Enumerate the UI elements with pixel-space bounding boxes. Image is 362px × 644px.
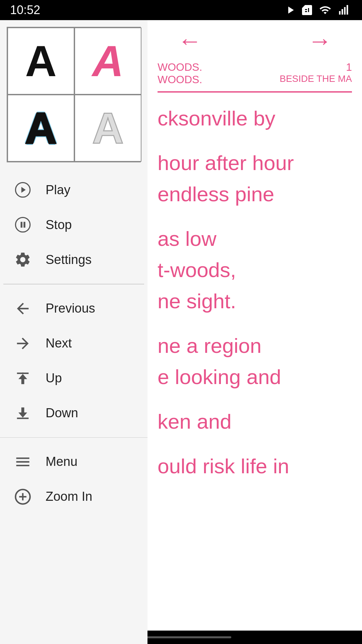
sim-icon xyxy=(301,4,313,16)
chapter-number-container: 1 BESIDE THE MA xyxy=(280,61,352,86)
font-letter-normal: A xyxy=(25,36,57,86)
svg-rect-0 xyxy=(339,11,341,15)
next-label: Next xyxy=(46,336,72,351)
menu-group-navigation: Previous Next xyxy=(0,284,147,437)
chapter-title-container: WOODS. WOODS. xyxy=(158,61,202,86)
book-paragraph-2: hour after hourendless pine xyxy=(158,147,352,210)
font-letter-pink: A xyxy=(92,36,124,86)
svg-rect-3 xyxy=(347,5,348,15)
status-time: 10:52 xyxy=(10,3,40,17)
media-icon xyxy=(284,4,296,16)
main-container: A A A A xyxy=(0,20,362,644)
status-icons xyxy=(284,4,352,16)
arrow-left-icon-container xyxy=(13,299,32,318)
font-letter-gray-outline: A xyxy=(92,103,124,153)
chapter-title-line1: WOODS. xyxy=(158,61,202,73)
svg-rect-2 xyxy=(344,7,346,15)
settings-icon-container xyxy=(13,250,32,269)
book-paragraph-3: as lowt-woods,ne sight. xyxy=(158,223,352,317)
book-paragraph-5: ken and xyxy=(158,406,352,437)
svg-marker-5 xyxy=(21,187,26,193)
menu-section: Play Stop xyxy=(0,166,147,644)
status-bar: 10:52 xyxy=(0,0,362,20)
menu-menu-item[interactable]: Menu xyxy=(0,444,147,479)
book-text: cksonville by hour after hourendless pin… xyxy=(158,103,352,482)
right-panel: ← → WOODS. WOODS. 1 BESIDE THE MA cksonv… xyxy=(147,20,362,644)
arrow-down-icon xyxy=(14,405,32,422)
arrow-left-icon xyxy=(14,300,32,317)
book-paragraph-4: ne a regione looking and xyxy=(158,330,352,392)
font-cell-normal[interactable]: A xyxy=(7,28,74,95)
book-text-4: ne a regione looking and xyxy=(158,334,281,388)
nav-next-button[interactable]: → xyxy=(308,27,332,54)
book-paragraph-1: cksonville by xyxy=(158,103,352,134)
book-text-6: ould risk life in xyxy=(158,454,289,478)
nav-arrows: ← → xyxy=(158,27,352,54)
play-icon-container xyxy=(13,180,32,199)
pause-icon xyxy=(14,216,32,233)
book-text-3: as lowt-woods,ne sight. xyxy=(158,227,236,313)
up-label: Up xyxy=(46,371,62,385)
arrow-up-icon xyxy=(14,370,32,387)
pause-icon-container xyxy=(13,215,32,234)
play-label: Play xyxy=(46,183,70,197)
arrow-right-icon xyxy=(14,335,32,352)
arrow-up-icon-container xyxy=(13,369,32,388)
down-label: Down xyxy=(46,406,78,420)
stop-label: Stop xyxy=(46,218,72,232)
previous-menu-item[interactable]: Previous xyxy=(0,291,147,326)
previous-label: Previous xyxy=(46,301,95,316)
arrow-down-icon-container xyxy=(13,404,32,423)
chapter-number: 1 xyxy=(280,61,352,73)
wifi-icon xyxy=(318,4,333,16)
font-letter-blue-outline: A xyxy=(25,103,57,153)
settings-menu-item[interactable]: Settings xyxy=(0,242,147,277)
up-menu-item[interactable]: Up xyxy=(0,361,147,396)
font-cell-blue-outline[interactable]: A xyxy=(7,95,74,162)
arrow-right-icon-container xyxy=(13,334,32,353)
font-cell-gray-outline[interactable]: A xyxy=(74,95,141,162)
svg-rect-8 xyxy=(23,222,25,227)
menu-icon xyxy=(14,453,32,471)
stop-menu-item[interactable]: Stop xyxy=(0,207,147,242)
book-text-5: ken and xyxy=(158,410,232,433)
zoom-in-menu-item[interactable]: Zoom In xyxy=(0,479,147,514)
play-icon xyxy=(14,181,32,199)
menu-label: Menu xyxy=(46,454,77,469)
zoom-in-icon-container xyxy=(13,487,32,506)
settings-icon xyxy=(14,251,32,268)
zoom-in-icon xyxy=(14,488,32,505)
chapter-subtitle: BESIDE THE MA xyxy=(280,73,352,84)
book-text-1: cksonville by xyxy=(158,107,275,130)
book-paragraph-6: ould risk life in xyxy=(158,450,352,482)
next-menu-item[interactable]: Next xyxy=(0,326,147,361)
font-grid: A A A A xyxy=(7,27,141,162)
svg-rect-7 xyxy=(21,222,22,227)
down-menu-item[interactable]: Down xyxy=(0,396,147,431)
svg-point-6 xyxy=(15,217,30,232)
settings-label: Settings xyxy=(46,253,92,267)
left-panel: A A A A xyxy=(0,20,147,644)
signal-icon xyxy=(337,4,352,16)
svg-rect-1 xyxy=(342,9,343,15)
menu-icon-container xyxy=(13,452,32,471)
book-text-2: hour after hourendless pine xyxy=(158,151,294,206)
nav-prev-button[interactable]: ← xyxy=(178,27,202,54)
zoom-in-label: Zoom In xyxy=(46,489,92,504)
chapter-header: WOODS. WOODS. 1 BESIDE THE MA xyxy=(158,61,352,93)
font-cell-pink[interactable]: A xyxy=(74,28,141,95)
menu-group-playback: Play Stop xyxy=(0,166,147,284)
play-menu-item[interactable]: Play xyxy=(0,172,147,207)
menu-group-misc: Menu Zoom In xyxy=(0,437,147,521)
chapter-title-line2: WOODS. xyxy=(158,73,202,86)
